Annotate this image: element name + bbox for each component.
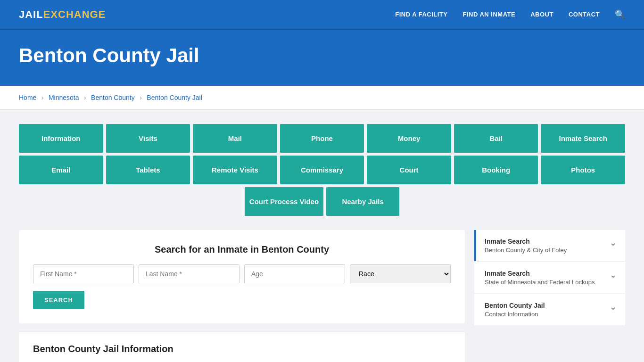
accordion-text-2: Benton County Jail Contact Information — [485, 302, 545, 318]
nav-row-2: Email Tablets Remote Visits Commissary C… — [19, 156, 625, 184]
accordion-title-2: Benton County Jail — [485, 302, 545, 309]
chevron-down-icon-1: ⌄ — [610, 270, 617, 280]
breadcrumb-minnesota[interactable]: Minnesota — [49, 94, 79, 101]
sidebar-accordion: Inmate Search Benton County & City of Fo… — [474, 230, 625, 326]
nav-find-inmate[interactable]: FIND AN INMATE — [462, 11, 515, 18]
accordion-subtitle-1: State of Minnesota and Federal Lockups — [485, 279, 594, 286]
race-select[interactable]: Race White Black Hispanic Asian Native A… — [350, 264, 451, 283]
nav-row-3: Court Process Video Nearby Jails — [19, 187, 625, 216]
last-name-input[interactable] — [139, 264, 239, 283]
first-name-input[interactable] — [33, 264, 134, 283]
chevron-down-icon-2: ⌄ — [610, 302, 617, 312]
nav-btn-court[interactable]: Court — [367, 156, 451, 184]
nav-btn-inmate-search[interactable]: Inmate Search — [541, 124, 625, 153]
nav-btn-remote-visits[interactable]: Remote Visits — [193, 156, 277, 184]
inmate-search-submit[interactable]: SEARCH — [33, 291, 84, 309]
left-column: Search for an Inmate in Benton County Ra… — [19, 230, 465, 362]
hero-section: Benton County Jail — [0, 30, 644, 86]
accordion-title-0: Inmate Search — [485, 238, 567, 245]
nav-btn-mail[interactable]: Mail — [193, 124, 277, 153]
nav-btn-court-process-video[interactable]: Court Process Video — [245, 187, 323, 216]
inmate-search-inputs: Race White Black Hispanic Asian Native A… — [33, 264, 451, 283]
inmate-search-panel: Search for an Inmate in Benton County Ra… — [19, 230, 465, 323]
accordion-text-1: Inmate Search State of Minnesota and Fed… — [485, 270, 594, 286]
nav-btn-booking[interactable]: Booking — [454, 156, 538, 184]
nav-contact[interactable]: CONTACT — [569, 11, 600, 18]
accordion-subtitle-0: Benton County & City of Foley — [485, 247, 567, 254]
nav-btn-commissary[interactable]: Commissary — [280, 156, 364, 184]
nav-row-1: Information Visits Mail Phone Money Bail… — [19, 124, 625, 153]
nav-btn-visits[interactable]: Visits — [106, 124, 190, 153]
jail-info-section: Benton County Jail Information — [19, 331, 465, 362]
nav-about[interactable]: ABOUT — [530, 11, 553, 18]
accordion-item-2[interactable]: Benton County Jail Contact Information ⌄ — [474, 294, 625, 325]
nav-btn-information[interactable]: Information — [19, 124, 103, 153]
nav-btn-tablets[interactable]: Tablets — [106, 156, 190, 184]
jail-info-title: Benton County Jail Information — [33, 344, 451, 354]
breadcrumb-sep-2: › — [84, 94, 86, 101]
accordion-text-0: Inmate Search Benton County & City of Fo… — [485, 238, 567, 254]
accordion-title-1: Inmate Search — [485, 270, 594, 277]
nav-btn-email[interactable]: Email — [19, 156, 103, 184]
breadcrumb-sep-1: › — [41, 94, 44, 101]
chevron-down-icon-0: ⌄ — [610, 238, 617, 248]
accordion-item-1[interactable]: Inmate Search State of Minnesota and Fed… — [474, 262, 625, 293]
nav-find-facility[interactable]: FIND A FACILITY — [395, 11, 447, 18]
main-content: Information Visits Mail Phone Money Bail… — [0, 110, 644, 362]
nav-btn-photos[interactable]: Photos — [541, 156, 625, 184]
breadcrumb-benton-county[interactable]: Benton County — [91, 94, 135, 101]
nav-btn-bail[interactable]: Bail — [454, 124, 538, 153]
site-header: JAILEXCHANGE FIND A FACILITY FIND AN INM… — [0, 0, 644, 30]
service-nav-buttons: Information Visits Mail Phone Money Bail… — [19, 124, 625, 216]
page-title: Benton County Jail — [19, 44, 625, 67]
logo-jail: JAIL — [19, 8, 43, 21]
breadcrumb-home[interactable]: Home — [19, 94, 36, 101]
nav-btn-money[interactable]: Money — [367, 124, 451, 153]
header-search-button[interactable]: 🔍 — [615, 9, 625, 20]
breadcrumb-benton-county-jail[interactable]: Benton County Jail — [147, 94, 202, 101]
accordion-item-0[interactable]: Inmate Search Benton County & City of Fo… — [474, 230, 625, 261]
main-nav: FIND A FACILITY FIND AN INMATE ABOUT CON… — [395, 9, 625, 20]
inmate-search-title: Search for an Inmate in Benton County — [33, 244, 451, 255]
nav-btn-phone[interactable]: Phone — [280, 124, 364, 153]
site-logo[interactable]: JAILEXCHANGE — [19, 8, 106, 21]
breadcrumb-sep-3: › — [140, 94, 142, 101]
age-input[interactable] — [244, 264, 345, 283]
nav-btn-nearby-jails[interactable]: Nearby Jails — [326, 187, 399, 216]
logo-exchange: EXCHANGE — [43, 8, 106, 21]
bottom-section: Search for an Inmate in Benton County Ra… — [19, 230, 625, 362]
accordion-subtitle-2: Contact Information — [485, 311, 545, 318]
breadcrumb: Home › Minnesota › Benton County › Bento… — [0, 86, 644, 110]
